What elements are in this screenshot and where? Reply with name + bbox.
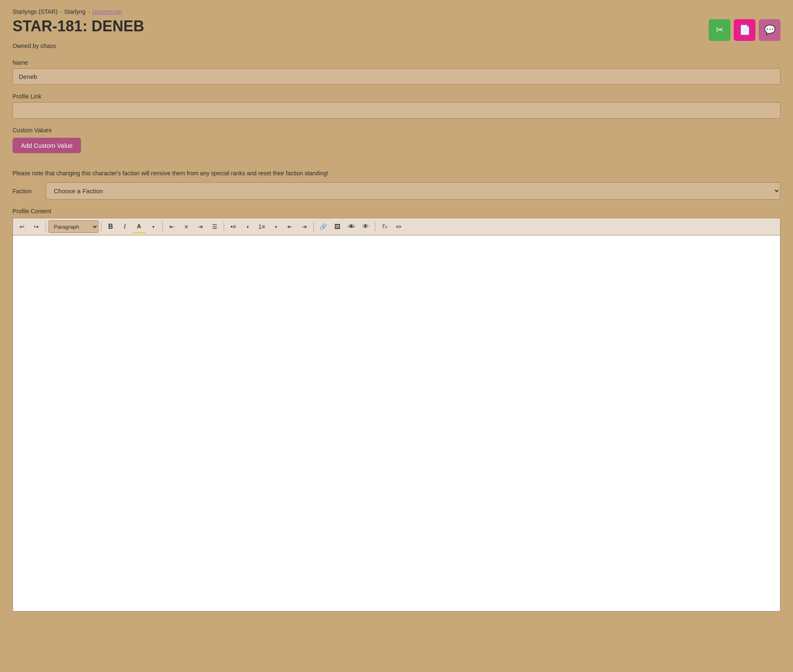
editor-toolbar: ↩ ↪ Paragraph Heading 1 Heading 2 Headin…	[13, 218, 780, 235]
source-button[interactable]: <>	[392, 220, 405, 233]
align-left-button[interactable]: ⇤	[165, 220, 179, 233]
highlight-dropdown[interactable]: ▾	[146, 220, 160, 233]
image-button[interactable]: 🖼	[331, 220, 344, 233]
indent-increase-button[interactable]: ⇥	[298, 220, 311, 233]
editor-area[interactable]	[13, 235, 780, 611]
indent-decrease-button[interactable]: ⇤	[283, 220, 297, 233]
toolbar-divider-4	[224, 222, 224, 232]
toolbar-divider-3	[162, 222, 163, 232]
name-label: Name	[13, 59, 780, 66]
chat-button[interactable]: 💬	[759, 19, 780, 41]
profile-content-group: Profile Content ↩ ↪ Paragraph Heading 1 …	[13, 208, 780, 611]
align-right-button[interactable]: ⇥	[194, 220, 207, 233]
undo-button[interactable]: ↩	[15, 220, 29, 233]
ordered-list-button[interactable]: 1≡	[255, 220, 268, 233]
header-actions: ✂ 📄 💬	[709, 19, 780, 41]
add-custom-value-button[interactable]: Add Custom Value	[13, 138, 81, 153]
toolbar-divider-2	[101, 222, 101, 232]
profile-link-label: Profile Link	[13, 93, 780, 100]
bold-button[interactable]: B	[104, 220, 117, 233]
custom-values-label: Custom Values	[13, 127, 780, 134]
custom-values-group: Custom Values Add Custom Value	[13, 127, 780, 162]
breadcrumb-sep2: ·	[88, 8, 90, 15]
name-field-group: Name	[13, 59, 780, 85]
link-button[interactable]: 🔗	[316, 220, 330, 233]
paragraph-style-select[interactable]: Paragraph Heading 1 Heading 2 Heading 3	[48, 220, 98, 233]
toolbar-divider-5	[313, 222, 314, 232]
italic-button[interactable]: I	[118, 220, 131, 233]
breadcrumb-uncommon[interactable]: Uncommon	[92, 8, 122, 15]
owned-by: Owned by chaos	[13, 43, 780, 49]
profile-content-label: Profile Content	[13, 208, 780, 215]
scissors-button[interactable]: ✂	[709, 19, 730, 41]
name-input[interactable]	[13, 68, 780, 85]
align-center-button[interactable]: ≡	[179, 220, 193, 233]
page-title: STAR-181: DENEB	[13, 18, 144, 35]
faction-warning: Please note that changing this character…	[13, 170, 780, 177]
faction-select[interactable]: Choose a Faction Faction A Faction B Fac…	[46, 182, 780, 200]
redo-button[interactable]: ↪	[30, 220, 43, 233]
profile-link-input[interactable]	[13, 102, 780, 119]
spoiler-hide-button[interactable]: 👁	[345, 220, 358, 233]
spoiler-show-button[interactable]: 👁	[359, 220, 372, 233]
ordered-dropdown[interactable]: ▾	[269, 220, 283, 233]
toolbar-divider-6	[375, 222, 375, 232]
breadcrumb-starlyng[interactable]: Starlyng	[64, 8, 86, 15]
breadcrumb: Starlyngs (STAR) · Starlyng · Uncommon	[13, 8, 780, 15]
file-button[interactable]: 📄	[734, 19, 755, 41]
faction-label: Faction	[13, 188, 38, 195]
faction-row: Faction Choose a Faction Faction A Facti…	[13, 182, 780, 200]
clear-format-button[interactable]: Tx	[378, 220, 391, 233]
bullet-list-button[interactable]: •≡	[227, 220, 240, 233]
bullet-dropdown[interactable]: ▾	[241, 220, 254, 233]
toolbar-divider-1	[45, 222, 46, 232]
breadcrumb-starlyngs[interactable]: Starlyngs (STAR)	[13, 8, 58, 15]
profile-link-field-group: Profile Link	[13, 93, 780, 119]
align-justify-button[interactable]: ☰	[208, 220, 221, 233]
breadcrumb-sep1: ·	[60, 8, 62, 15]
editor-container: ↩ ↪ Paragraph Heading 1 Heading 2 Headin…	[13, 218, 780, 611]
highlight-button[interactable]: A	[132, 220, 146, 233]
